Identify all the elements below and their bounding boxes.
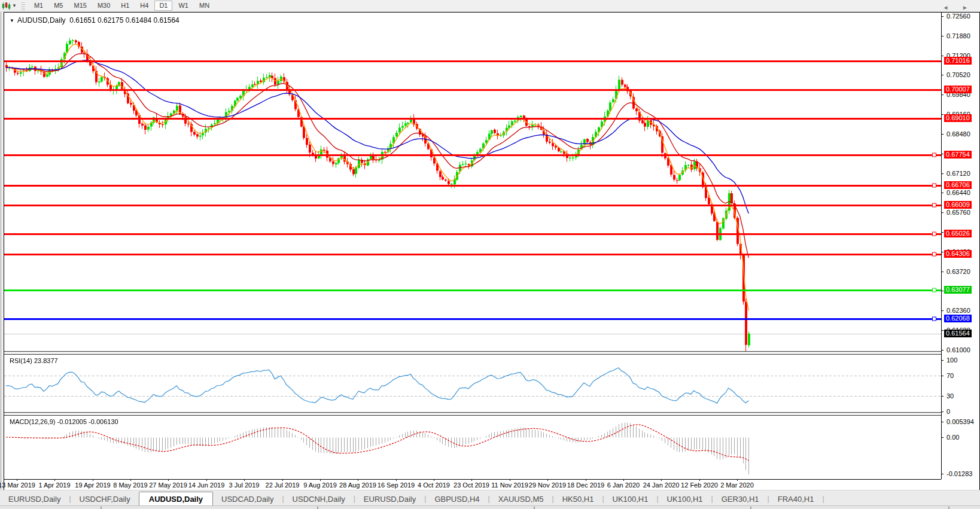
price-tick-label: 0.63720 [946, 268, 970, 275]
price-tick-label: 0.65760 [946, 209, 970, 216]
toolbar-grip [22, 2, 25, 10]
axis-tick [941, 232, 944, 233]
timeframe-button-w1[interactable]: W1 [174, 1, 193, 11]
chart-tabs-bar: EURUSD,Daily|USDCHF,DailyAUDUSD,DailyUSD… [0, 490, 980, 506]
price-tick-label: 0 [946, 408, 950, 415]
panel-separator[interactable] [4, 412, 941, 416]
timeframe-button-m1[interactable]: M1 [29, 1, 48, 11]
date-tick [586, 479, 586, 481]
collapse-triangle-icon[interactable]: ▼ [10, 18, 14, 23]
axis-tick [941, 173, 944, 174]
price-tick-label: 30 [946, 392, 954, 400]
chart-tab-uk100-h1[interactable]: UK100,H1 [659, 492, 711, 506]
date-label: 8 May 2019 [113, 481, 147, 489]
price-tick-label: 0.005394 [946, 418, 974, 425]
rsi-panel-canvas[interactable] [4, 355, 941, 412]
axis-tick [941, 422, 944, 422]
date-label: 23 Oct 2019 [454, 481, 489, 489]
price-level-badge: 0.67754 [944, 151, 972, 159]
date-tick [54, 479, 55, 481]
chevron-down-icon: ▼ [12, 3, 17, 8]
timeframe-button-d1[interactable]: D1 [154, 1, 172, 11]
axis-tick [941, 75, 944, 75]
price-tick-label: 70 [946, 372, 954, 379]
axis-tick [941, 360, 944, 361]
macd-panel-canvas[interactable] [4, 416, 941, 479]
timeframe-button-m30[interactable]: M30 [93, 1, 115, 11]
chart-tab-fra40-h1[interactable]: FRA40,H1 [769, 492, 823, 506]
window-edge [1, 12, 1, 489]
chart-tab-eurusd-daily[interactable]: EURUSD,Daily [0, 492, 69, 506]
chart-type-selector[interactable]: ▼ [2, 2, 17, 10]
timeframe-button-m15[interactable]: M15 [69, 1, 91, 11]
axis-tick [941, 376, 944, 376]
chart-tab-usdcad-daily[interactable]: USDCAD,Daily [213, 492, 282, 506]
price-tick-label: 0.67120 [946, 170, 970, 177]
strip-divider [948, 507, 949, 509]
timeframe-button-h4[interactable]: H4 [135, 1, 153, 11]
date-label: 22 Jul 2019 [266, 481, 300, 489]
price-level-badge: 0.69010 [944, 114, 972, 122]
strip-divider [750, 507, 751, 509]
date-tick [130, 479, 131, 481]
date-tick [282, 479, 283, 481]
price-tick-label: 0.68480 [946, 130, 970, 138]
price-level-badge: 0.64306 [944, 250, 972, 258]
date-tick [358, 479, 358, 481]
date-label: 3 Jul 2019 [229, 481, 260, 489]
date-tick [737, 479, 738, 481]
mt4-window: { "toolbar": { "chart_type_icon": "candl… [0, 0, 980, 509]
axis-tick [941, 350, 944, 350]
timeframe-button-m5[interactable]: M5 [49, 1, 68, 11]
chart-tab-audusd-daily[interactable]: AUDUSD,Daily [139, 492, 213, 506]
date-label: 27 May 2019 [149, 481, 187, 489]
axis-tick [941, 212, 944, 213]
price-tick-label: 0.71880 [946, 32, 970, 39]
macd-indicator-label: MACD(12,26,9) -0.012005 -0.006130 [10, 418, 118, 425]
chart-tab-usdcnh-daily[interactable]: USDCNH,Daily [284, 492, 354, 506]
price-level-badge: 0.61564 [944, 330, 972, 337]
axis-tick [941, 437, 944, 438]
date-tick [699, 479, 700, 481]
price-tick-label: 100 [946, 356, 957, 364]
axis-tick [941, 396, 944, 397]
date-label: 28 Aug 2019 [339, 481, 376, 489]
tab-scroll-arrows[interactable]: ◄ ► [942, 4, 974, 11]
timeframe-button-h1[interactable]: H1 [116, 1, 134, 11]
chart-title: ▼AUDUSD,Daily 0.61651 0.62175 0.61484 0.… [10, 16, 179, 25]
date-tick [396, 479, 397, 481]
date-tick [17, 479, 17, 481]
axis-tick [941, 56, 944, 56]
chart-tab-gbpusd-h4[interactable]: GBPUSD,H4 [426, 492, 488, 506]
strip-divider [101, 507, 102, 509]
axis-tick [941, 330, 944, 331]
date-tick [320, 479, 321, 481]
price-tick-label: 0.61000 [946, 346, 970, 353]
price-level-badge: 0.66009 [944, 201, 972, 209]
chart-tab-hk50-h1[interactable]: HK50,H1 [554, 492, 602, 506]
chart-ohlc-values: 0.61651 0.62175 0.61484 0.61564 [69, 16, 179, 25]
date-label: 29 Nov 2019 [529, 481, 566, 489]
date-label: 1 Apr 2019 [38, 481, 70, 489]
price-level-badge: 0.66706 [944, 181, 972, 189]
panel-separator[interactable] [4, 351, 941, 355]
date-tick [471, 479, 472, 481]
strip-divider [317, 507, 318, 509]
chart-tab-ger30-h1[interactable]: GER30,H1 [713, 492, 768, 506]
date-tick [661, 479, 662, 481]
chart-tab-uk100-h1[interactable]: UK100,H1 [604, 492, 657, 506]
date-tick [434, 479, 434, 481]
timeframe-button-mn[interactable]: MN [194, 1, 214, 11]
chart-tab-eurusd-daily[interactable]: EURUSD,Daily [355, 492, 424, 506]
price-tick-label: 0.62360 [946, 307, 970, 314]
chart-tab-xauusd-m5[interactable]: XAUUSD,M5 [490, 492, 552, 506]
date-axis: 13 Mar 20191 Apr 201919 Apr 20198 May 20… [4, 479, 941, 490]
date-label: 11 Nov 2019 [491, 481, 528, 489]
date-tick [168, 479, 169, 481]
date-tick [623, 479, 624, 481]
main-chart-canvas[interactable] [4, 13, 941, 351]
date-label: 12 Feb 2020 [681, 481, 718, 489]
price-level-badge: 0.63077 [944, 286, 972, 294]
chart-tab-usdchf-daily[interactable]: USDCHF,Daily [71, 492, 139, 506]
date-tick [510, 479, 510, 481]
